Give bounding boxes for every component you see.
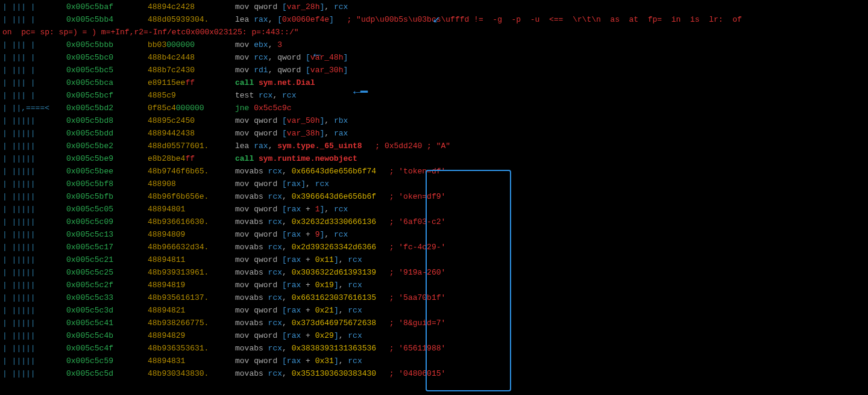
address: 0x005c5bee xyxy=(66,167,113,176)
disasm-row[interactable]: | |||||0x005c5bdd4889442438mov qword [va… xyxy=(0,128,868,140)
control-flow-gutter: | ||||| xyxy=(0,191,66,204)
control-flow-gutter: | ||||| xyxy=(0,267,66,279)
instruction: mov qword [var_28h], rcx xyxy=(235,1,348,14)
opcode-bytes: 48894831 xyxy=(148,355,235,368)
control-flow-gutter: | ||,====< xyxy=(0,102,66,115)
opcode-bytes: 48894c2428 xyxy=(148,1,235,14)
opcode-bytes: 48894829 xyxy=(148,330,235,343)
disasm-row[interactable]: | |||||0x005c5c2548b939313961.movabs rcx… xyxy=(0,267,868,279)
address: 0x005c5c41 xyxy=(66,319,113,328)
address: 0x005c5bc0 xyxy=(66,53,113,62)
disasm-row[interactable]: | |||||0x005c5c1748b966632d34.movabs rcx… xyxy=(0,241,868,254)
comment: ; '919a-260' xyxy=(389,267,446,279)
control-flow-gutter: | ||| | xyxy=(0,1,66,14)
disasm-row[interactable]: | |||||0x005c5c4b48894829mov qword [rax … xyxy=(0,330,868,343)
instruction: mov rdi, qword [var_30h] xyxy=(235,64,348,77)
comment: ; '65611988' xyxy=(389,343,446,355)
comment: ; 0x5dd240 ; "A" xyxy=(375,140,450,153)
instruction: lea rax, sym.type._65_uint8 xyxy=(235,140,362,153)
control-flow-gutter: | ||||| xyxy=(0,115,66,128)
address: 0x005c5c5d xyxy=(66,369,113,378)
disasm-row[interactable]: | ||| |0x005c5bc5488b7c2430mov rdi, qwor… xyxy=(0,64,868,77)
address: 0x005c5bb4 xyxy=(66,15,113,24)
disasm-row[interactable]: | |||||0x005c5c4148b938266775.movabs rcx… xyxy=(0,317,868,330)
opcode-bytes: 48894821 xyxy=(148,305,235,317)
instruction: mov rcx, qword [var_48h] xyxy=(235,52,348,64)
disasm-row[interactable]: | ||| |0x005c5bcae89115eeffcall sym.net.… xyxy=(0,77,868,90)
address: 0x005c5c4b xyxy=(66,331,113,340)
disasm-row[interactable]: | ||| |0x005c5baf48894c2428mov qword [va… xyxy=(0,1,868,14)
instruction: mov qword [rax + 0x29], rcx xyxy=(235,330,362,343)
address: 0x005c5c33 xyxy=(66,293,113,302)
instruction: movabs rcx, 0x3838393131363536 xyxy=(235,343,376,355)
address: 0x005c5bdd xyxy=(66,129,113,138)
control-flow-gutter: | ||||| xyxy=(0,317,66,330)
disasm-row[interactable]: | ||| |0x005c5bb4488d05939304.lea rax, [… xyxy=(0,14,868,26)
disasm-row[interactable]: | |||||0x005c5c5d48b930343830.movabs rcx… xyxy=(0,368,868,381)
disasm-row[interactable]: | ||| |0x005c5bcf4885c9test rcx, rcx xyxy=(0,90,868,102)
comment: ; '5aa70b1f' xyxy=(389,292,446,305)
disasm-row[interactable]: | |||||0x005c5c2148894811mov qword [rax … xyxy=(0,254,868,267)
control-flow-gutter: | ||||| xyxy=(0,178,66,191)
instruction: movabs rcx, 0x3966643d6e656b6f xyxy=(235,191,376,204)
disasm-row[interactable]: | ||,====<0x005c5bd20f85c4000000jne 0x5c… xyxy=(0,102,868,115)
opcode-bytes: 48894801 xyxy=(148,204,235,216)
comment: ; "udp\u00b5s\u03bcs\ufffd != -g -p -u <… xyxy=(347,14,741,26)
disasm-row[interactable]: | |||||0x005c5c0948b936616630.movabs rcx… xyxy=(0,216,868,229)
disasm-row[interactable]: | |||||0x005c5c1348894809mov qword [rax … xyxy=(0,229,868,241)
disassembly-listing: | ||| |0x005c5baf48894c2428mov qword [va… xyxy=(0,0,868,382)
disasm-row[interactable]: | |||||0x005c5c3d48894821mov qword [rax … xyxy=(0,305,868,317)
disasm-row[interactable]: | |||||0x005c5c0548894801mov qword [rax … xyxy=(0,204,868,216)
control-flow-gutter: | ||| | xyxy=(0,64,66,77)
disasm-row[interactable]: | |||||0x005c5bd848895c2450mov qword [va… xyxy=(0,115,868,128)
address: 0x005c5bc5 xyxy=(66,66,113,75)
comment: ; 'token=df' xyxy=(389,166,446,178)
address: 0x005c5bbb xyxy=(66,40,113,49)
control-flow-gutter: | ||| | xyxy=(0,90,66,102)
opcode-bytes: 48b9746f6b65. xyxy=(148,166,235,178)
opcode-bytes: 48894819 xyxy=(148,279,235,292)
comment: ; '8&guid=7' xyxy=(389,317,446,330)
disasm-row[interactable]: | |||||0x005c5c2f48894819mov qword [rax … xyxy=(0,279,868,292)
address: 0x005c5be2 xyxy=(66,142,113,151)
opcode-bytes: 48b930343830. xyxy=(148,368,235,381)
address: 0x005c5bcf xyxy=(66,91,113,100)
instruction: mov qword [rax + 0x21], rcx xyxy=(235,305,362,317)
control-flow-gutter: | ||||| xyxy=(0,229,66,241)
disasm-row[interactable]: | ||| |0x005c5bbbbb03000000mov ebx, 3 xyxy=(0,39,868,52)
disasm-row[interactable]: | |||||0x005c5be9e8b28be4ffcall sym.runt… xyxy=(0,153,868,166)
disasm-row[interactable]: | |||||0x005c5be2488d05577601.lea rax, s… xyxy=(0,140,868,153)
opcode-bytes: 488908 xyxy=(148,178,235,191)
instruction: movabs rcx, 0x3531303630383430 xyxy=(235,368,376,381)
disasm-row[interactable]: | |||||0x005c5c3348b935616137.movabs rcx… xyxy=(0,292,868,305)
comment: ; '6af03-c2' xyxy=(389,216,446,229)
opcode-bytes: e8b28be4ff xyxy=(148,153,235,166)
disasm-row[interactable]: | |||||0x005c5c4f48b936353631.movabs rcx… xyxy=(0,343,868,355)
disasm-row[interactable]: | |||||0x005c5bee48b9746f6b65.movabs rcx… xyxy=(0,166,868,178)
address: 0x005c5c59 xyxy=(66,356,113,365)
address: 0x005c5bfb xyxy=(66,192,113,201)
control-flow-gutter: | ||| | xyxy=(0,77,66,90)
disasm-row[interactable]: | |||||0x005c5bf8488908mov qword [rax], … xyxy=(0,178,868,191)
comment: ; 'oken=df9' xyxy=(389,191,446,204)
disasm-row[interactable]: | |||||0x005c5c5948894831mov qword [rax … xyxy=(0,355,868,368)
opcode-bytes: 0f85c4000000 xyxy=(148,102,235,115)
address: 0x005c5bd2 xyxy=(66,104,113,113)
address: 0x005c5be9 xyxy=(66,154,113,163)
control-flow-gutter: | ||||| xyxy=(0,128,66,140)
disasm-row[interactable]: | |||||0x005c5bfb48b96f6b656e.movabs rcx… xyxy=(0,191,868,204)
control-flow-gutter: | ||||| xyxy=(0,140,66,153)
control-flow-gutter: | ||||| xyxy=(0,166,66,178)
address: 0x005c5c05 xyxy=(66,205,113,214)
address: 0x005c5c4f xyxy=(66,344,113,353)
address: 0x005c5bf8 xyxy=(66,179,113,188)
control-flow-gutter: | ||||| xyxy=(0,153,66,166)
disasm-row[interactable]: | ||| |0x005c5bc0488b4c2448mov rcx, qwor… xyxy=(0,52,868,64)
address: 0x005c5c13 xyxy=(66,230,113,239)
instruction: movabs rcx, 0x6631623037616135 xyxy=(235,292,376,305)
opcode-bytes: 48894811 xyxy=(148,254,235,267)
address: 0x005c5c2f xyxy=(66,281,113,290)
control-flow-gutter: | ||||| xyxy=(0,368,66,381)
control-flow-gutter: | ||||| xyxy=(0,355,66,368)
control-flow-gutter: | ||||| xyxy=(0,204,66,216)
